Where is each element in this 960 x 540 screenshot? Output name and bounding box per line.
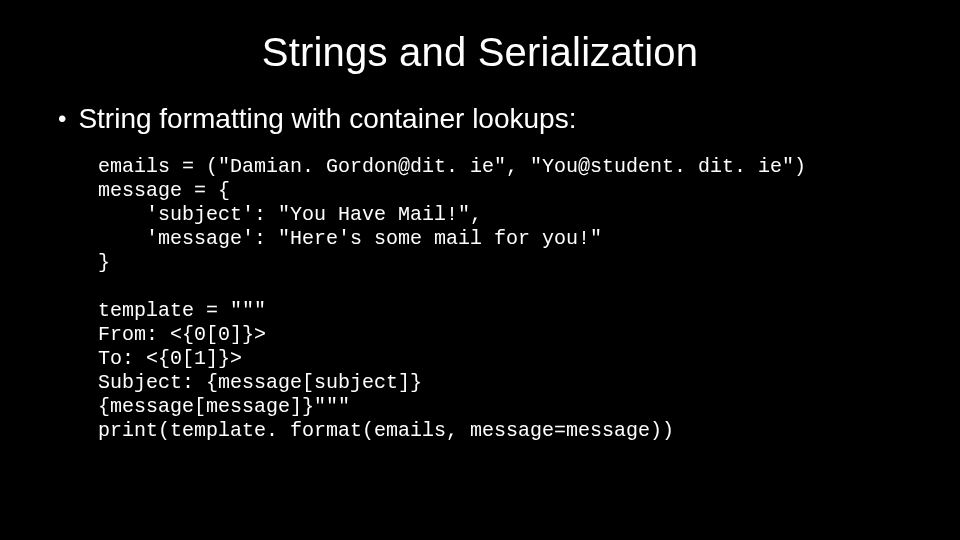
slide: Strings and Serialization • String forma… [0,0,960,540]
bullet-marker: • [58,103,66,135]
bullet-item: • String formatting with container looku… [50,103,910,135]
slide-title: Strings and Serialization [50,30,910,75]
code-block-1: emails = ("Damian. Gordon@dit. ie", "You… [50,155,910,275]
code-gap [50,275,910,299]
code-block-2: template = """ From: <{0[0]}> To: <{0[1]… [50,299,910,443]
bullet-text: String formatting with container lookups… [78,103,576,135]
